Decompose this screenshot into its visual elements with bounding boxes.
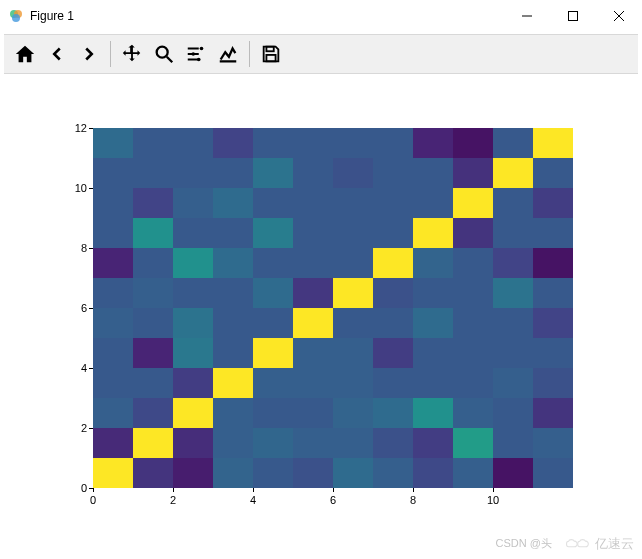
heatmap-cell — [413, 398, 453, 428]
heatmap-cell — [493, 398, 533, 428]
edit-axis-button[interactable] — [213, 39, 243, 69]
heatmap-cell — [333, 278, 373, 308]
heatmap-cell — [293, 128, 333, 158]
x-tick-label: 10 — [478, 494, 508, 506]
heatmap-cell — [493, 188, 533, 218]
heatmap-cell — [133, 428, 173, 458]
heatmap-cell — [253, 188, 293, 218]
heatmap-cell — [293, 218, 333, 248]
heatmap-plot — [93, 128, 573, 488]
heatmap-cell — [173, 398, 213, 428]
heatmap-cell — [213, 308, 253, 338]
heatmap-cell — [493, 278, 533, 308]
heatmap-cell — [93, 188, 133, 218]
heatmap-cell — [173, 128, 213, 158]
heatmap-cell — [413, 188, 453, 218]
heatmap-cell — [213, 188, 253, 218]
heatmap-cell — [93, 428, 133, 458]
home-button[interactable] — [10, 39, 40, 69]
heatmap-cell — [373, 458, 413, 488]
heatmap-cell — [413, 158, 453, 188]
heatmap-cell — [453, 428, 493, 458]
heatmap-cell — [173, 188, 213, 218]
toolbar-separator — [110, 41, 111, 67]
heatmap-cell — [453, 158, 493, 188]
heatmap-cell — [93, 128, 133, 158]
heatmap-cell — [293, 278, 333, 308]
heatmap-cell — [93, 218, 133, 248]
heatmap-cell — [373, 128, 413, 158]
heatmap-cell — [333, 368, 373, 398]
heatmap-cell — [533, 398, 573, 428]
zoom-button[interactable] — [149, 39, 179, 69]
heatmap-cell — [253, 338, 293, 368]
heatmap-cell — [253, 128, 293, 158]
heatmap-cell — [453, 458, 493, 488]
heatmap-cell — [93, 458, 133, 488]
heatmap-cell — [213, 278, 253, 308]
toolbar-separator — [249, 41, 250, 67]
svg-point-6 — [191, 52, 195, 56]
configure-button[interactable] — [181, 39, 211, 69]
heatmap-cell — [213, 458, 253, 488]
heatmap-cell — [293, 338, 333, 368]
heatmap-cell — [93, 368, 133, 398]
heatmap-cell — [173, 338, 213, 368]
heatmap-cell — [453, 338, 493, 368]
heatmap-cell — [133, 338, 173, 368]
heatmap-cell — [493, 458, 533, 488]
heatmap-cell — [493, 308, 533, 338]
heatmap-cell — [493, 248, 533, 278]
heatmap-cell — [453, 188, 493, 218]
heatmap-cell — [413, 428, 453, 458]
heatmap-cell — [133, 278, 173, 308]
heatmap-cell — [93, 338, 133, 368]
y-tick-label: 4 — [57, 362, 87, 374]
heatmap-cell — [333, 458, 373, 488]
heatmap-cell — [413, 308, 453, 338]
heatmap-cell — [253, 458, 293, 488]
heatmap-cell — [413, 218, 453, 248]
heatmap-cell — [93, 278, 133, 308]
heatmap-cell — [533, 128, 573, 158]
heatmap-cell — [213, 218, 253, 248]
heatmap-cell — [213, 368, 253, 398]
heatmap-cell — [293, 248, 333, 278]
heatmap-cell — [133, 368, 173, 398]
heatmap-cell — [373, 278, 413, 308]
heatmap-cell — [253, 398, 293, 428]
back-button[interactable] — [42, 39, 72, 69]
heatmap-cell — [93, 398, 133, 428]
heatmap-cell — [373, 398, 413, 428]
x-tick-label: 2 — [158, 494, 188, 506]
heatmap-cell — [533, 248, 573, 278]
heatmap-cell — [93, 248, 133, 278]
figure-canvas[interactable]: 0246810120246810 CSDN @头 亿速云 — [0, 74, 642, 559]
heatmap-cell — [453, 368, 493, 398]
heatmap-cell — [493, 338, 533, 368]
close-button[interactable] — [596, 0, 642, 32]
pan-button[interactable] — [117, 39, 147, 69]
heatmap-cell — [453, 218, 493, 248]
heatmap-cell — [533, 158, 573, 188]
heatmap-cell — [133, 158, 173, 188]
x-tick-label: 0 — [78, 494, 108, 506]
heatmap-cell — [533, 278, 573, 308]
y-tick-label: 0 — [57, 482, 87, 494]
heatmap-cell — [413, 458, 453, 488]
heatmap-cell — [293, 188, 333, 218]
heatmap-cell — [453, 128, 493, 158]
heatmap-cell — [93, 308, 133, 338]
heatmap-cell — [133, 218, 173, 248]
heatmap-cell — [333, 218, 373, 248]
heatmap-cell — [93, 158, 133, 188]
heatmap-cell — [333, 188, 373, 218]
forward-button[interactable] — [74, 39, 104, 69]
heatmap-cell — [173, 458, 213, 488]
minimize-button[interactable] — [504, 0, 550, 32]
heatmap-cell — [253, 248, 293, 278]
svg-rect-3 — [569, 12, 578, 21]
save-button[interactable] — [256, 39, 286, 69]
heatmap-cell — [333, 248, 373, 278]
maximize-button[interactable] — [550, 0, 596, 32]
